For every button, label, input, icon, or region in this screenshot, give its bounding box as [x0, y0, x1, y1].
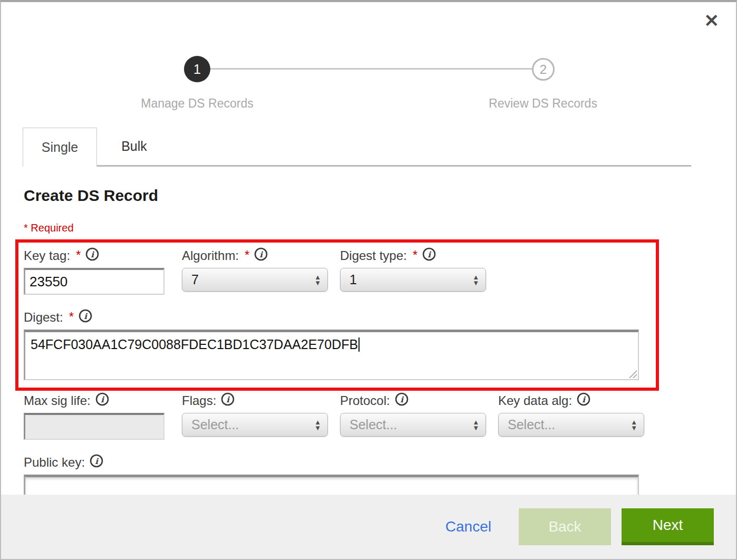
text-cursor	[358, 337, 360, 352]
stepper-step-2: 2	[532, 58, 555, 81]
public-key-textarea[interactable]	[24, 475, 639, 497]
required-note: * Required	[24, 222, 74, 234]
key-tag-label: Key tag:	[24, 248, 70, 263]
info-icon[interactable]: i	[395, 392, 409, 409]
digest-textarea-value: 54FCF030AA1C79C0088FDEC1BD1C37DAA2E70DFB	[31, 337, 358, 352]
svg-text:i: i	[428, 250, 431, 259]
public-key-label: Public key:	[24, 455, 85, 470]
info-icon[interactable]: i	[95, 392, 109, 409]
close-icon[interactable]: ✕	[704, 12, 720, 30]
field-algorithm: Algorithm: * i 7 ▲▼	[182, 248, 328, 292]
algorithm-select-value: 7	[191, 272, 314, 287]
stepper-connector-line	[210, 68, 532, 70]
required-asterisk: *	[413, 248, 418, 263]
required-asterisk: *	[69, 310, 74, 324]
resize-handle-icon[interactable]	[628, 369, 637, 378]
svg-text:i: i	[95, 457, 99, 466]
digest-type-select[interactable]: 1 ▲▼	[340, 268, 486, 292]
flags-select-value: Select...	[191, 417, 314, 432]
protocol-select[interactable]: Select... ▲▼	[340, 413, 486, 437]
tab-bulk-label: Bulk	[121, 139, 147, 154]
public-key-clip	[24, 475, 639, 497]
required-asterisk: *	[76, 248, 81, 263]
cancel-button[interactable]: Cancel	[445, 518, 491, 535]
spinner-arrows-icon: ▲▼	[472, 274, 479, 286]
key-data-alg-select[interactable]: Select... ▲▼	[498, 413, 644, 437]
stepper-step-1-label: Manage DS Records	[141, 96, 254, 111]
tab-bar: Single Bulk	[23, 128, 691, 167]
modal-footer: Cancel Back Next	[1, 495, 736, 559]
flags-select[interactable]: Select... ▲▼	[182, 413, 328, 437]
key-tag-label-row: Key tag: * i	[24, 248, 164, 264]
stepper-step-2-label: Review DS Records	[489, 96, 597, 111]
info-icon[interactable]: i	[254, 247, 268, 264]
algorithm-select[interactable]: 7 ▲▼	[182, 268, 328, 292]
svg-text:i: i	[91, 250, 95, 259]
digest-label-row: Digest: * i	[24, 310, 639, 325]
svg-text:i: i	[227, 395, 230, 404]
digest-type-label: Digest type:	[340, 248, 407, 263]
info-icon[interactable]: i	[90, 454, 103, 471]
algorithm-label-row: Algorithm: * i	[182, 248, 328, 264]
create-ds-record-modal: ✕ 1 2 Manage DS Records Review DS Record…	[0, 0, 737, 560]
field-flags: Flags: i Select... ▲▼	[182, 393, 328, 437]
max-sig-life-label-row: Max sig life: i	[24, 393, 164, 409]
stepper-step-1: 1	[184, 56, 210, 82]
algorithm-label: Algorithm:	[182, 248, 239, 263]
key-data-alg-label: Key data alg:	[498, 393, 572, 408]
digest-type-label-row: Digest type: * i	[340, 248, 486, 264]
spinner-arrows-icon: ▲▼	[314, 274, 321, 286]
digest-label: Digest:	[24, 310, 63, 325]
max-sig-life-input	[24, 413, 164, 440]
field-public-key: Public key: i	[24, 455, 639, 497]
key-data-alg-label-row: Key data alg: i	[498, 393, 644, 409]
public-key-label-row: Public key: i	[24, 455, 639, 470]
svg-text:i: i	[400, 395, 404, 404]
info-icon[interactable]: i	[79, 309, 92, 326]
svg-text:i: i	[84, 312, 88, 321]
field-digest-type: Digest type: * i 1 ▲▼	[340, 248, 486, 292]
spinner-arrows-icon: ▲▼	[631, 419, 637, 431]
tab-single[interactable]: Single	[23, 128, 97, 167]
spinner-arrows-icon: ▲▼	[472, 419, 479, 431]
tab-bulk[interactable]: Bulk	[97, 128, 171, 165]
stepper-step-1-number: 1	[193, 62, 201, 77]
flags-label-row: Flags: i	[182, 393, 328, 409]
field-key-data-alg: Key data alg: i Select... ▲▼	[498, 393, 644, 437]
next-button[interactable]: Next	[622, 508, 714, 545]
svg-text:i: i	[582, 395, 586, 404]
required-asterisk: *	[245, 248, 249, 263]
page-title: Create DS Record	[24, 187, 158, 205]
field-max-sig-life: Max sig life: i	[24, 393, 164, 440]
svg-text:i: i	[260, 250, 264, 259]
spinner-arrows-icon: ▲▼	[314, 419, 321, 431]
key-data-alg-select-value: Select...	[508, 417, 631, 432]
digest-type-select-value: 1	[350, 272, 472, 287]
protocol-label-row: Protocol: i	[340, 393, 486, 409]
flags-label: Flags:	[182, 393, 216, 408]
protocol-select-value: Select...	[350, 417, 472, 432]
tab-single-label: Single	[42, 140, 79, 155]
field-key-tag: Key tag: * i	[24, 248, 164, 295]
back-button: Back	[519, 508, 611, 545]
field-digest: Digest: * i 54FCF030AA1C79C0088FDEC1BD1C…	[24, 310, 639, 380]
info-icon[interactable]: i	[85, 247, 99, 264]
info-icon[interactable]: i	[422, 247, 436, 264]
info-icon[interactable]: i	[221, 392, 235, 409]
key-tag-input[interactable]	[24, 268, 164, 295]
digest-textarea[interactable]: 54FCF030AA1C79C0088FDEC1BD1C37DAA2E70DFB	[24, 330, 639, 380]
stepper-step-2-number: 2	[540, 62, 547, 77]
protocol-label: Protocol:	[340, 393, 390, 408]
svg-text:i: i	[101, 395, 104, 404]
info-icon[interactable]: i	[577, 392, 590, 409]
field-protocol: Protocol: i Select... ▲▼	[340, 393, 486, 437]
max-sig-life-label: Max sig life:	[24, 393, 91, 408]
